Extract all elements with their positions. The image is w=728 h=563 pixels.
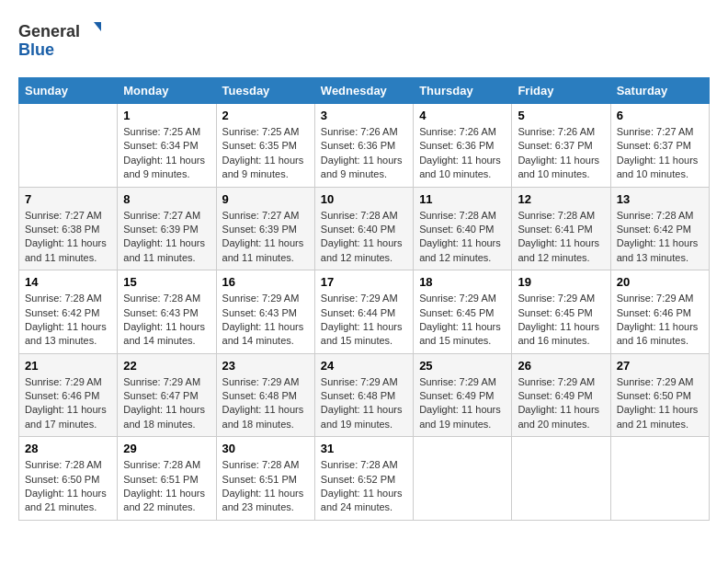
- cell-sun-info: Sunrise: 7:29 AMSunset: 6:45 PMDaylight:…: [419, 292, 506, 349]
- calendar-week-row: 21Sunrise: 7:29 AMSunset: 6:46 PMDayligh…: [19, 353, 710, 437]
- day-number: 9: [222, 192, 309, 206]
- calendar-cell: 7Sunrise: 7:27 AMSunset: 6:38 PMDaylight…: [19, 187, 118, 270]
- weekday-header: Friday: [512, 78, 610, 104]
- calendar-week-row: 28Sunrise: 7:28 AMSunset: 6:50 PMDayligh…: [19, 437, 710, 521]
- cell-sun-info: Sunrise: 7:28 AMSunset: 6:51 PMDaylight:…: [123, 458, 210, 515]
- calendar-cell: 28Sunrise: 7:28 AMSunset: 6:50 PMDayligh…: [19, 437, 118, 521]
- day-number: 1: [123, 109, 210, 122]
- calendar-cell: [512, 437, 610, 521]
- cell-sun-info: Sunrise: 7:28 AMSunset: 6:51 PMDaylight:…: [222, 458, 309, 515]
- day-number: 31: [321, 442, 407, 455]
- day-number: 6: [617, 109, 703, 122]
- calendar-cell: 26Sunrise: 7:29 AMSunset: 6:49 PMDayligh…: [512, 353, 610, 437]
- cell-sun-info: Sunrise: 7:29 AMSunset: 6:50 PMDaylight:…: [617, 375, 703, 432]
- calendar-cell: 18Sunrise: 7:29 AMSunset: 6:45 PMDayligh…: [414, 270, 512, 354]
- calendar-cell: 23Sunrise: 7:29 AMSunset: 6:48 PMDayligh…: [216, 353, 314, 437]
- calendar-cell: 11Sunrise: 7:28 AMSunset: 6:40 PMDayligh…: [414, 187, 512, 270]
- weekday-header: Sunday: [19, 78, 118, 104]
- cell-sun-info: Sunrise: 7:25 AMSunset: 6:34 PMDaylight:…: [123, 125, 210, 182]
- calendar-cell: [19, 104, 118, 188]
- calendar-cell: 22Sunrise: 7:29 AMSunset: 6:47 PMDayligh…: [118, 353, 216, 437]
- day-number: 18: [419, 275, 506, 289]
- day-number: 16: [222, 275, 309, 289]
- cell-sun-info: Sunrise: 7:27 AMSunset: 6:38 PMDaylight:…: [25, 209, 111, 266]
- calendar-header-row: SundayMondayTuesdayWednesdayThursdayFrid…: [19, 78, 710, 104]
- cell-sun-info: Sunrise: 7:29 AMSunset: 6:47 PMDaylight:…: [123, 375, 210, 432]
- calendar-cell: [610, 437, 709, 521]
- cell-sun-info: Sunrise: 7:29 AMSunset: 6:48 PMDaylight:…: [222, 375, 309, 432]
- calendar-cell: 19Sunrise: 7:29 AMSunset: 6:45 PMDayligh…: [512, 270, 610, 354]
- day-number: 24: [321, 359, 407, 373]
- calendar-cell: 14Sunrise: 7:28 AMSunset: 6:42 PMDayligh…: [19, 270, 118, 354]
- cell-sun-info: Sunrise: 7:26 AMSunset: 6:36 PMDaylight:…: [321, 125, 407, 182]
- cell-sun-info: Sunrise: 7:28 AMSunset: 6:40 PMDaylight:…: [321, 209, 407, 266]
- weekday-header: Wednesday: [314, 78, 413, 104]
- cell-sun-info: Sunrise: 7:29 AMSunset: 6:46 PMDaylight:…: [25, 375, 111, 432]
- cell-sun-info: Sunrise: 7:29 AMSunset: 6:48 PMDaylight:…: [321, 375, 407, 432]
- cell-sun-info: Sunrise: 7:27 AMSunset: 6:39 PMDaylight:…: [123, 209, 210, 266]
- day-number: 7: [25, 192, 111, 206]
- calendar-cell: 13Sunrise: 7:28 AMSunset: 6:42 PMDayligh…: [610, 187, 709, 270]
- calendar-cell: 15Sunrise: 7:28 AMSunset: 6:43 PMDayligh…: [118, 270, 216, 354]
- cell-sun-info: Sunrise: 7:28 AMSunset: 6:40 PMDaylight:…: [419, 209, 506, 266]
- calendar-cell: 12Sunrise: 7:28 AMSunset: 6:41 PMDayligh…: [512, 187, 610, 270]
- svg-marker-2: [94, 22, 101, 31]
- calendar-cell: 8Sunrise: 7:27 AMSunset: 6:39 PMDaylight…: [118, 187, 216, 270]
- day-number: 2: [222, 109, 309, 122]
- calendar-cell: 25Sunrise: 7:29 AMSunset: 6:49 PMDayligh…: [414, 353, 512, 437]
- cell-sun-info: Sunrise: 7:28 AMSunset: 6:41 PMDaylight:…: [518, 209, 604, 266]
- calendar-cell: 3Sunrise: 7:26 AMSunset: 6:36 PMDaylight…: [314, 104, 413, 188]
- calendar-week-row: 14Sunrise: 7:28 AMSunset: 6:42 PMDayligh…: [19, 270, 710, 354]
- calendar-cell: [414, 437, 512, 521]
- calendar-week-row: 1Sunrise: 7:25 AMSunset: 6:34 PMDaylight…: [19, 104, 710, 188]
- day-number: 5: [518, 109, 604, 122]
- calendar-cell: 4Sunrise: 7:26 AMSunset: 6:36 PMDaylight…: [414, 104, 512, 188]
- day-number: 19: [518, 275, 604, 289]
- day-number: 25: [419, 359, 506, 373]
- cell-sun-info: Sunrise: 7:27 AMSunset: 6:39 PMDaylight:…: [222, 209, 309, 266]
- cell-sun-info: Sunrise: 7:29 AMSunset: 6:43 PMDaylight:…: [222, 292, 309, 349]
- cell-sun-info: Sunrise: 7:29 AMSunset: 6:44 PMDaylight:…: [321, 292, 407, 349]
- day-number: 30: [222, 442, 309, 455]
- day-number: 3: [321, 109, 407, 122]
- day-number: 14: [25, 275, 111, 289]
- day-number: 29: [123, 442, 210, 455]
- cell-sun-info: Sunrise: 7:25 AMSunset: 6:35 PMDaylight:…: [222, 125, 309, 182]
- calendar-cell: 2Sunrise: 7:25 AMSunset: 6:35 PMDaylight…: [216, 104, 314, 188]
- day-number: 21: [25, 359, 111, 373]
- calendar-cell: 16Sunrise: 7:29 AMSunset: 6:43 PMDayligh…: [216, 270, 314, 354]
- cell-sun-info: Sunrise: 7:29 AMSunset: 6:45 PMDaylight:…: [518, 292, 604, 349]
- weekday-header: Saturday: [610, 78, 709, 104]
- calendar-cell: 27Sunrise: 7:29 AMSunset: 6:50 PMDayligh…: [610, 353, 709, 437]
- day-number: 11: [419, 192, 506, 206]
- page-header: General Blue: [18, 18, 710, 63]
- logo-svg: General Blue: [18, 18, 101, 63]
- cell-sun-info: Sunrise: 7:28 AMSunset: 6:43 PMDaylight:…: [123, 292, 210, 349]
- cell-sun-info: Sunrise: 7:26 AMSunset: 6:36 PMDaylight:…: [419, 125, 506, 182]
- day-number: 13: [617, 192, 703, 206]
- weekday-header: Monday: [118, 78, 216, 104]
- day-number: 26: [518, 359, 604, 373]
- day-number: 23: [222, 359, 309, 373]
- weekday-header: Thursday: [414, 78, 512, 104]
- calendar-cell: 20Sunrise: 7:29 AMSunset: 6:46 PMDayligh…: [610, 270, 709, 354]
- cell-sun-info: Sunrise: 7:29 AMSunset: 6:49 PMDaylight:…: [518, 375, 604, 432]
- day-number: 27: [617, 359, 703, 373]
- cell-sun-info: Sunrise: 7:28 AMSunset: 6:50 PMDaylight:…: [25, 458, 111, 515]
- day-number: 17: [321, 275, 407, 289]
- logo: General Blue: [18, 18, 101, 63]
- calendar-cell: 9Sunrise: 7:27 AMSunset: 6:39 PMDaylight…: [216, 187, 314, 270]
- calendar-week-row: 7Sunrise: 7:27 AMSunset: 6:38 PMDaylight…: [19, 187, 710, 270]
- day-number: 20: [617, 275, 703, 289]
- calendar-cell: 1Sunrise: 7:25 AMSunset: 6:34 PMDaylight…: [118, 104, 216, 188]
- calendar-cell: 5Sunrise: 7:26 AMSunset: 6:37 PMDaylight…: [512, 104, 610, 188]
- day-number: 10: [321, 192, 407, 206]
- cell-sun-info: Sunrise: 7:29 AMSunset: 6:49 PMDaylight:…: [419, 375, 506, 432]
- calendar-cell: 31Sunrise: 7:28 AMSunset: 6:52 PMDayligh…: [314, 437, 413, 521]
- svg-text:Blue: Blue: [18, 40, 54, 59]
- cell-sun-info: Sunrise: 7:26 AMSunset: 6:37 PMDaylight:…: [518, 125, 604, 182]
- day-number: 8: [123, 192, 210, 206]
- calendar-cell: 24Sunrise: 7:29 AMSunset: 6:48 PMDayligh…: [314, 353, 413, 437]
- cell-sun-info: Sunrise: 7:27 AMSunset: 6:37 PMDaylight:…: [617, 125, 703, 182]
- svg-text:General: General: [18, 22, 80, 40]
